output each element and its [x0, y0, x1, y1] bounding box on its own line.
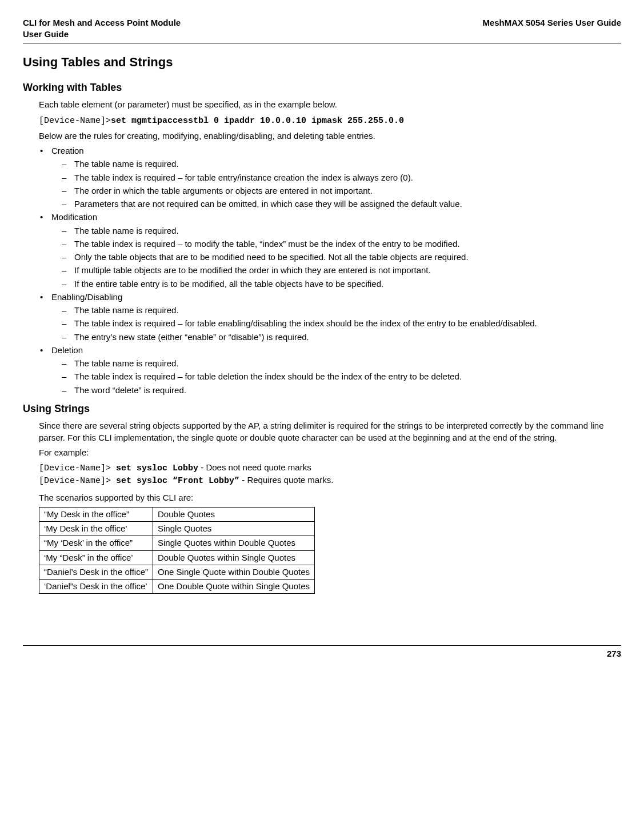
rule-item: If multiple table objects are to be modi…	[62, 265, 621, 276]
rule-items: The table name is required. The table in…	[62, 358, 621, 396]
rule-item: The table name is required.	[62, 358, 621, 369]
table-cell: ‘Daniel”s Desk in the office’	[39, 580, 153, 594]
rule-item: The table name is required.	[62, 225, 621, 237]
scenarios-intro: The scenarios supported by this CLI are:	[39, 492, 621, 504]
table-cell: “My ‘Desk’ in the office”	[39, 536, 153, 550]
rules-list: Creation The table name is required. The…	[39, 145, 621, 396]
rule-group-label: Creation	[51, 146, 84, 155]
table-cell: One Single Quote within Double Quotes	[153, 565, 315, 579]
rule-item: Only the table objects that are to be mo…	[62, 251, 621, 263]
page-title: Using Tables and Strings	[23, 54, 621, 71]
tables-intro: Each table element (or parameter) must b…	[39, 99, 621, 110]
rule-group: Modification The table name is required.…	[39, 211, 621, 290]
table-row: “Daniel’s Desk in the office” One Single…	[39, 565, 315, 579]
table-cell: Single Quotes	[153, 522, 315, 536]
rule-group-label: Enabling/Disabling	[51, 292, 122, 302]
rule-item: If the entire table entry is to be modif…	[62, 278, 621, 290]
table-row: ‘My “Desk” in the office’ Double Quotes …	[39, 550, 315, 565]
ex1-note: - Does not need quote marks	[198, 462, 311, 472]
tables-rules-intro: Below are the rules for creating, modify…	[39, 130, 621, 142]
table-cell: “My Desk in the office”	[39, 507, 153, 521]
table-cell: One Double Quote within Single Quotes	[153, 580, 315, 594]
example-line-1: [Device-Name]> set sysloc Lobby - Does n…	[39, 462, 621, 474]
rule-group-label: Deletion	[51, 345, 83, 355]
rule-item: The table index is required – for table …	[62, 371, 621, 382]
page-number: 273	[607, 649, 621, 658]
table-cell: Double Quotes	[153, 507, 315, 521]
ex2-prompt: [Device-Name]>	[39, 476, 111, 486]
table-cell: Double Quotes within Single Quotes	[153, 550, 315, 565]
page-footer: 273	[23, 645, 621, 660]
rule-item: The table index is required – for table …	[62, 172, 621, 183]
page-header: CLI for Mesh and Access Point Module Use…	[23, 17, 621, 43]
rule-item: The table index is required – to modify …	[62, 238, 621, 250]
table-row: ‘My Desk in the office’ Single Quotes	[39, 522, 315, 536]
rule-item: The word “delete” is required.	[62, 385, 621, 396]
rule-item: The table index is required – for table …	[62, 318, 621, 329]
rule-group-label: Modification	[51, 212, 97, 222]
rule-items: The table name is required. The table in…	[62, 305, 621, 343]
table-cell: Single Quotes within Double Quotes	[153, 536, 315, 550]
table-cell: “Daniel’s Desk in the office”	[39, 565, 153, 579]
table-row: “My ‘Desk’ in the office” Single Quotes …	[39, 536, 315, 550]
rule-item: The table name is required.	[62, 305, 621, 316]
rule-items: The table name is required. The table in…	[62, 158, 621, 210]
table-cell: ‘My Desk in the office’	[39, 522, 153, 536]
ex1-cmd: set sysloc Lobby	[111, 464, 198, 473]
ex2-cmd: set sysloc “Front Lobby”	[111, 476, 239, 486]
rule-item: The table name is required.	[62, 158, 621, 170]
rule-items: The table name is required. The table in…	[62, 225, 621, 290]
header-left: CLI for Mesh and Access Point Module Use…	[23, 17, 181, 41]
rule-item: The entry’s new state (either “enable” o…	[62, 331, 621, 343]
rule-group: Deletion The table name is required. The…	[39, 345, 621, 396]
rule-group: Enabling/Disabling The table name is req…	[39, 291, 621, 343]
table-row: ‘Daniel”s Desk in the office’ One Double…	[39, 580, 315, 594]
for-example-label: For example:	[39, 447, 621, 458]
rule-item: The order in which the table arguments o…	[62, 185, 621, 197]
ex1-prompt: [Device-Name]>	[39, 464, 111, 473]
strings-intro: Since there are several string objects s…	[39, 420, 621, 444]
cmd-prompt: [Device-Name]>	[39, 116, 111, 126]
header-right: MeshMAX 5054 Series User Guide	[482, 17, 621, 41]
table-cell: ‘My “Desk” in the office’	[39, 550, 153, 565]
table-row: “My Desk in the office” Double Quotes	[39, 507, 315, 521]
ex2-note: - Requires quote marks.	[239, 475, 333, 485]
tables-cmd-example: [Device-Name]>set mgmtipaccesstbl 0 ipad…	[39, 114, 621, 127]
section-title-tables: Working with Tables	[23, 81, 621, 94]
rule-group: Creation The table name is required. The…	[39, 145, 621, 210]
example-line-2: [Device-Name]> set sysloc “Front Lobby” …	[39, 474, 621, 487]
section-title-strings: Using Strings	[23, 402, 621, 415]
string-scenarios-table: “My Desk in the office” Double Quotes ‘M…	[39, 507, 315, 594]
cmd-text: set mgmtipaccesstbl 0 ipaddr 10.0.0.10 i…	[111, 116, 404, 126]
rule-item: Parameters that are not required can be …	[62, 198, 621, 210]
